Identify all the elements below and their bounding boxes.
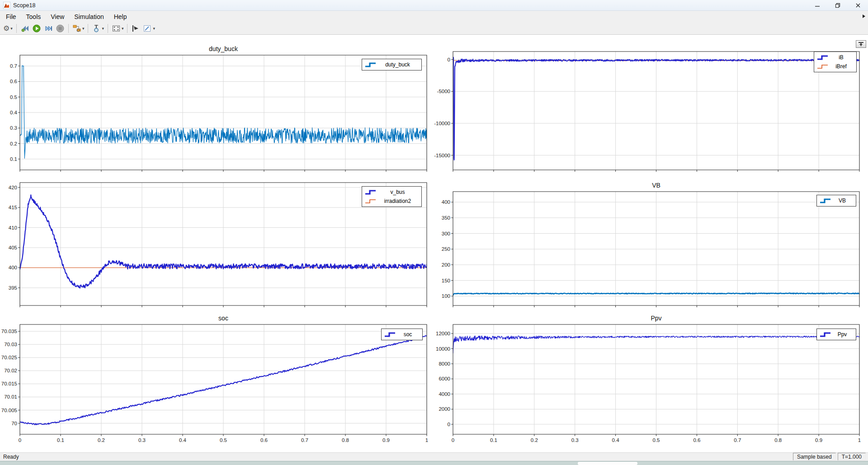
x-tick-label: 0.6	[693, 437, 700, 443]
plot-soc: 00.10.20.30.40.50.60.70.80.917070.00570.…	[1, 315, 428, 443]
y-tick-label: 415	[9, 205, 17, 210]
y-tick-label: 250	[442, 246, 450, 252]
x-tick-label: 0.7	[734, 437, 741, 443]
chevron-down-icon[interactable]: ▾	[153, 26, 155, 31]
toolbar-separator	[108, 24, 108, 33]
toolbar-triggers-button[interactable]: ▾	[90, 23, 105, 34]
y-tick-label: 4000	[439, 391, 450, 397]
toolbar-rewind-button[interactable]	[19, 23, 31, 34]
x-tick-label: 0.3	[138, 437, 146, 443]
x-tick-label: 0	[19, 437, 21, 443]
toolbar-fit-to-view-button[interactable]: ▾	[110, 23, 125, 34]
close-button[interactable]	[848, 0, 868, 11]
y-tick-label: -15000	[434, 153, 450, 158]
x-tick-label: 0.4	[612, 437, 620, 443]
y-tick-label: 410	[9, 225, 17, 230]
x-tick-label: 0.8	[342, 437, 349, 443]
restore-button[interactable]	[827, 0, 848, 11]
step-line-icon	[383, 331, 397, 338]
toolbar-settings-button[interactable]: ⚙▾	[2, 23, 14, 34]
toolbar-stop-button[interactable]	[54, 23, 66, 34]
menu-bar: FileToolsViewSimulationHelp	[0, 11, 868, 23]
y-tick-label: 0.7	[10, 63, 17, 69]
y-tick-label: 0.5	[10, 94, 17, 100]
window-title: Scope18	[13, 2, 35, 9]
y-tick-label: 420	[9, 185, 17, 190]
legend-duty_buck: duty_buck	[362, 59, 422, 70]
menu-view[interactable]: View	[46, 11, 69, 22]
y-tick-label: 70.035	[1, 329, 17, 334]
matlab-logo-icon	[3, 2, 10, 9]
toolbar-separator	[127, 24, 127, 33]
taskbar-item[interactable]	[578, 462, 637, 465]
taskbar-strip	[0, 461, 868, 465]
legend-v_bus: v_busirradiation2	[362, 186, 422, 207]
x-tick-label: 0.1	[490, 437, 497, 443]
y-tick-label: 200	[442, 262, 450, 268]
chevron-down-icon[interactable]: ▾	[82, 26, 85, 31]
y-tick-label: 70	[11, 421, 17, 426]
plot-Ppv: 00.10.20.30.40.50.60.70.80.9102000400060…	[436, 315, 861, 443]
toolbar-step-forward-button[interactable]	[42, 23, 54, 34]
step-line-icon	[364, 189, 377, 195]
menu-overflow-icon[interactable]	[863, 14, 865, 18]
y-tick-label: 400	[9, 265, 17, 270]
chevron-down-icon[interactable]: ▾	[102, 26, 104, 31]
legend-entry-soc: soc	[383, 330, 420, 339]
status-sample-mode: Sample based	[793, 453, 836, 460]
step-line-icon	[816, 54, 830, 61]
y-tick-label: 70.025	[1, 355, 17, 360]
step-line-icon	[816, 63, 830, 70]
y-tick-label: 0.6	[10, 79, 17, 84]
status-sim-time: T=1.000	[838, 453, 866, 460]
y-tick-label: 400	[442, 199, 450, 205]
toolbar: ⚙▾▾▾▾▾	[0, 23, 868, 35]
toolbar-separator	[88, 24, 88, 33]
step-line-icon	[819, 197, 832, 204]
title-bar: Scope18	[0, 0, 868, 11]
chevron-down-icon[interactable]: ▾	[10, 26, 13, 31]
y-tick-label: 395	[9, 285, 17, 291]
toolbar-separator	[16, 24, 17, 33]
toolbar-run-button[interactable]	[31, 23, 42, 34]
minimize-button[interactable]	[807, 0, 827, 11]
y-tick-label: 0	[448, 422, 450, 427]
y-tick-label: 70.01	[4, 394, 17, 399]
y-tick-label: 405	[9, 245, 17, 250]
toolbar-signal-highlight-button[interactable]: ▾	[142, 23, 156, 34]
y-tick-label: 0.1	[10, 156, 17, 162]
x-tick-label: 1	[858, 437, 861, 443]
y-tick-label: 70.015	[1, 381, 17, 386]
x-tick-label: 0.8	[774, 437, 782, 443]
plot-title: duty_buck	[209, 45, 238, 52]
x-tick-label: 0.5	[653, 437, 660, 443]
legend-entry-iB: iB	[816, 53, 854, 62]
toolbar-cursor-measurements-button[interactable]	[130, 23, 142, 34]
menu-help[interactable]: Help	[109, 11, 132, 22]
y-tick-label: 70.005	[1, 408, 17, 413]
x-tick-label: 0.3	[571, 437, 579, 443]
legend-entry-iBref: iBref	[816, 62, 854, 71]
chevron-down-icon[interactable]: ▾	[122, 26, 124, 31]
menu-file[interactable]: File	[1, 11, 21, 22]
plot-iB: -15000-10000-50000	[434, 52, 859, 172]
legend-VB: VB	[816, 195, 856, 207]
step-line-icon	[364, 61, 377, 68]
hide-toolbar-button[interactable]	[856, 40, 866, 48]
y-tick-label: 0.2	[10, 141, 17, 146]
y-tick-label: 2000	[439, 406, 450, 412]
step-line-icon	[819, 331, 832, 338]
y-tick-label: 6000	[439, 376, 450, 381]
plot-title: soc	[218, 315, 228, 322]
plot-title: VB	[652, 182, 660, 189]
legend-soc: soc	[381, 329, 423, 340]
x-tick-label: 0.4	[179, 437, 187, 443]
scope-window: Scope18 FileToolsViewSimulationHelp ⚙▾▾▾…	[0, 0, 868, 465]
plot-title: Ppv	[651, 315, 661, 322]
y-tick-label: 0.4	[10, 110, 18, 115]
menu-simulation[interactable]: Simulation	[69, 11, 108, 22]
scope-plots: 0.10.20.30.40.50.60.7duty_buck-15000-100…	[0, 35, 868, 452]
menu-tools[interactable]: Tools	[21, 11, 46, 22]
toolbar-highlight-block-button[interactable]: ▾	[71, 23, 86, 34]
x-tick-label: 0.6	[260, 437, 268, 443]
